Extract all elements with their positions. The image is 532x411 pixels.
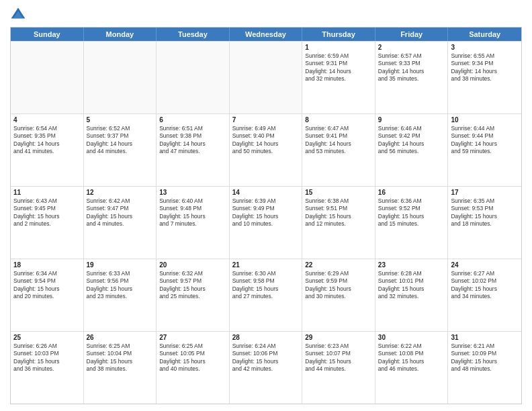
cell-line-30-3: and 46 minutes. xyxy=(378,365,445,373)
cell-line-21-3: and 27 minutes. xyxy=(232,293,300,300)
calendar-row-4: 25Sunrise: 6:26 AMSunset: 10:03 PMDaylig… xyxy=(11,331,521,404)
cell-line-17-3: and 18 minutes. xyxy=(451,220,519,228)
cell-line-16-1: Sunset: 9:52 PM xyxy=(378,205,445,212)
cell-line-20-1: Sunset: 9:57 PM xyxy=(159,277,226,285)
cell-line-21-1: Sunset: 9:58 PM xyxy=(232,277,300,285)
cell-line-1-2: Daylight: 14 hours xyxy=(305,68,372,75)
cell-line-30-1: Sunset: 10:08 PM xyxy=(378,350,445,357)
calendar-cell-day-1: 1Sunrise: 6:59 AMSunset: 9:31 PMDaylight… xyxy=(302,42,375,113)
cell-line-2-0: Sunrise: 6:57 AM xyxy=(378,52,445,60)
calendar-cell-day-13: 13Sunrise: 6:40 AMSunset: 9:48 PMDayligh… xyxy=(157,187,230,259)
cell-line-19-2: Daylight: 15 hours xyxy=(87,285,154,293)
cell-line-20-0: Sunrise: 6:32 AM xyxy=(159,270,226,277)
cell-line-3-2: Daylight: 14 hours xyxy=(451,68,519,75)
page: SundayMondayTuesdayWednesdayThursdayFrid… xyxy=(0,0,532,411)
cell-line-24-3: and 34 minutes. xyxy=(451,293,519,300)
cell-line-23-3: and 32 minutes. xyxy=(378,293,445,300)
calendar-cell-day-29: 29Sunrise: 6:23 AMSunset: 10:07 PMDaylig… xyxy=(302,332,375,404)
cell-line-5-1: Sunset: 9:37 PM xyxy=(87,132,154,140)
cell-line-5-3: and 44 minutes. xyxy=(87,148,154,155)
calendar-cell-day-20: 20Sunrise: 6:32 AMSunset: 9:57 PMDayligh… xyxy=(157,259,230,331)
cell-line-2-2: Daylight: 14 hours xyxy=(378,68,445,75)
calendar-cell-day-28: 28Sunrise: 6:24 AMSunset: 10:06 PMDaylig… xyxy=(230,332,303,404)
cell-line-10-1: Sunset: 9:44 PM xyxy=(451,132,519,140)
day-number-7: 7 xyxy=(232,116,300,124)
day-number-26: 26 xyxy=(87,334,154,341)
cell-line-27-3: and 40 minutes. xyxy=(159,365,226,373)
weekday-header-sunday: Sunday xyxy=(11,28,84,41)
cell-line-13-2: Daylight: 15 hours xyxy=(159,213,226,220)
cell-line-31-1: Sunset: 10:09 PM xyxy=(451,350,519,357)
calendar-cell-day-14: 14Sunrise: 6:39 AMSunset: 9:49 PMDayligh… xyxy=(230,187,303,259)
cell-line-14-2: Daylight: 15 hours xyxy=(232,213,300,220)
calendar-cell-day-8: 8Sunrise: 6:47 AMSunset: 9:41 PMDaylight… xyxy=(302,114,375,186)
day-number-31: 31 xyxy=(451,334,519,341)
calendar-cell-day-4: 4Sunrise: 6:54 AMSunset: 9:35 PMDaylight… xyxy=(11,114,84,186)
cell-line-14-1: Sunset: 9:49 PM xyxy=(232,205,300,212)
cell-line-18-1: Sunset: 9:54 PM xyxy=(13,277,81,285)
cell-line-15-3: and 12 minutes. xyxy=(305,220,372,228)
calendar-header: SundayMondayTuesdayWednesdayThursdayFrid… xyxy=(11,28,521,41)
calendar: SundayMondayTuesdayWednesdayThursdayFrid… xyxy=(10,27,522,404)
cell-line-23-1: Sunset: 10:01 PM xyxy=(378,277,445,285)
cell-line-13-3: and 7 minutes. xyxy=(159,220,226,228)
cell-line-19-3: and 23 minutes. xyxy=(87,293,154,300)
cell-line-21-2: Daylight: 15 hours xyxy=(232,285,300,293)
cell-line-28-0: Sunrise: 6:24 AM xyxy=(232,342,300,350)
cell-line-26-2: Daylight: 15 hours xyxy=(87,358,154,365)
cell-line-26-1: Sunset: 10:04 PM xyxy=(87,350,154,357)
cell-line-4-0: Sunrise: 6:54 AM xyxy=(13,125,81,132)
cell-line-16-2: Daylight: 15 hours xyxy=(378,213,445,220)
day-number-25: 25 xyxy=(13,334,81,341)
cell-line-23-2: Daylight: 15 hours xyxy=(378,285,445,293)
cell-line-27-0: Sunrise: 6:25 AM xyxy=(159,342,226,350)
cell-line-29-3: and 44 minutes. xyxy=(305,365,372,373)
day-number-18: 18 xyxy=(13,261,81,269)
cell-line-7-0: Sunrise: 6:49 AM xyxy=(232,125,300,132)
cell-line-29-1: Sunset: 10:07 PM xyxy=(305,350,372,357)
calendar-cell-day-22: 22Sunrise: 6:29 AMSunset: 9:59 PMDayligh… xyxy=(302,259,375,331)
calendar-cell-day-19: 19Sunrise: 6:33 AMSunset: 9:56 PMDayligh… xyxy=(84,259,157,331)
calendar-cell-day-31: 31Sunrise: 6:21 AMSunset: 10:09 PMDaylig… xyxy=(448,332,521,404)
day-number-19: 19 xyxy=(87,261,154,269)
calendar-cell-day-15: 15Sunrise: 6:38 AMSunset: 9:51 PMDayligh… xyxy=(302,187,375,259)
day-number-16: 16 xyxy=(378,189,445,196)
cell-line-12-2: Daylight: 15 hours xyxy=(87,213,154,220)
cell-line-15-2: Daylight: 15 hours xyxy=(305,213,372,220)
calendar-cell-day-17: 17Sunrise: 6:35 AMSunset: 9:53 PMDayligh… xyxy=(448,187,521,259)
day-number-11: 11 xyxy=(13,189,81,196)
cell-line-16-0: Sunrise: 6:36 AM xyxy=(378,197,445,205)
cell-line-24-1: Sunset: 10:02 PM xyxy=(451,277,519,285)
weekday-header-thursday: Thursday xyxy=(302,28,375,41)
cell-line-4-2: Daylight: 14 hours xyxy=(13,140,81,148)
cell-line-25-2: Daylight: 15 hours xyxy=(13,358,81,365)
cell-line-5-0: Sunrise: 6:52 AM xyxy=(87,125,154,132)
calendar-cell-day-24: 24Sunrise: 6:27 AMSunset: 10:02 PMDaylig… xyxy=(448,259,521,331)
cell-line-11-3: and 2 minutes. xyxy=(13,220,81,228)
calendar-cell-day-3: 3Sunrise: 6:55 AMSunset: 9:34 PMDaylight… xyxy=(448,42,521,113)
cell-line-30-0: Sunrise: 6:22 AM xyxy=(378,342,445,350)
cell-line-11-2: Daylight: 15 hours xyxy=(13,213,81,220)
day-number-3: 3 xyxy=(451,44,519,51)
cell-line-14-0: Sunrise: 6:39 AM xyxy=(232,197,300,205)
calendar-cell-day-25: 25Sunrise: 6:26 AMSunset: 10:03 PMDaylig… xyxy=(11,332,84,404)
header xyxy=(10,7,522,23)
cell-line-25-1: Sunset: 10:03 PM xyxy=(13,350,81,357)
calendar-cell-day-11: 11Sunrise: 6:43 AMSunset: 9:45 PMDayligh… xyxy=(11,187,84,259)
cell-line-17-0: Sunrise: 6:35 AM xyxy=(451,197,519,205)
day-number-1: 1 xyxy=(305,44,372,51)
calendar-row-0: 1Sunrise: 6:59 AMSunset: 9:31 PMDaylight… xyxy=(11,41,521,113)
cell-line-15-1: Sunset: 9:51 PM xyxy=(305,205,372,212)
cell-line-6-1: Sunset: 9:38 PM xyxy=(159,132,226,140)
weekday-header-tuesday: Tuesday xyxy=(157,28,230,41)
logo-icon xyxy=(10,7,26,23)
calendar-cell-day-18: 18Sunrise: 6:34 AMSunset: 9:54 PMDayligh… xyxy=(11,259,84,331)
cell-line-29-2: Daylight: 15 hours xyxy=(305,358,372,365)
cell-line-8-1: Sunset: 9:41 PM xyxy=(305,132,372,140)
cell-line-27-1: Sunset: 10:05 PM xyxy=(159,350,226,357)
calendar-row-1: 4Sunrise: 6:54 AMSunset: 9:35 PMDaylight… xyxy=(11,113,521,186)
cell-line-4-1: Sunset: 9:35 PM xyxy=(13,132,81,140)
cell-line-10-0: Sunrise: 6:44 AM xyxy=(451,125,519,132)
cell-line-22-2: Daylight: 15 hours xyxy=(305,285,372,293)
calendar-cell-day-5: 5Sunrise: 6:52 AMSunset: 9:37 PMDaylight… xyxy=(84,114,157,186)
